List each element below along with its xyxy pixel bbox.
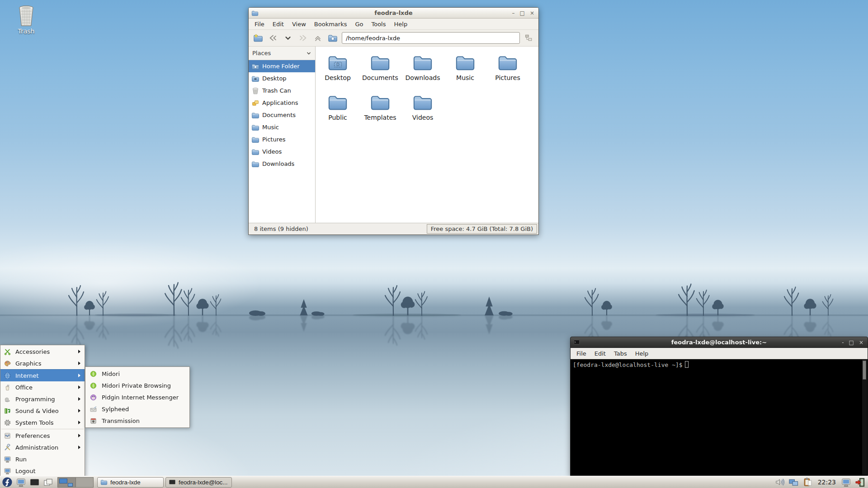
submenu-item-label: Midori [102,371,120,377]
menu-item-office[interactable]: Office [0,381,85,393]
file-manager-menubar: File Edit View Bookmarks Go Tools Help [249,19,538,30]
submenu-item-midori[interactable]: Midori [85,368,189,380]
scrollbar-thumb[interactable] [863,361,866,380]
history-dropdown-button[interactable] [282,32,294,44]
maximize-button[interactable]: □ [520,10,525,16]
minimize-button[interactable]: – [512,10,515,16]
submenu-item-transmission[interactable]: Transmission [85,415,189,427]
new-tab-button[interactable] [252,32,264,44]
file-item-videos[interactable]: Videos [401,91,444,131]
network-icon[interactable] [788,477,800,488]
file-item-music[interactable]: Music [444,51,486,91]
submenu-arrow-icon [78,397,80,401]
file-item-public[interactable]: Public [316,91,359,131]
folder-icon [497,52,518,73]
fedora-logo-icon [2,477,13,488]
menu-view[interactable]: View [288,19,310,29]
menu-item-system-tools[interactable]: System Tools [0,417,85,428]
folder-icon [251,111,259,119]
close-button[interactable]: × [530,10,534,16]
menu-edit[interactable]: Edit [590,348,610,359]
launcher-terminal[interactable] [28,477,40,488]
close-button[interactable]: × [859,340,863,345]
workspace-2[interactable] [76,478,94,487]
sidebar-item-home-folder[interactable]: Home Folder [249,60,315,72]
menu-item-graphics[interactable]: Graphics [0,357,85,369]
side-pane-toggle-button[interactable] [523,32,535,44]
menu-item-programming[interactable]: Programming [0,393,85,405]
sidebar-item-documents[interactable]: Documents [249,109,315,121]
sidebar-item-trash-can[interactable]: Trash Can [249,84,315,97]
menu-item-logout[interactable]: Logout [0,465,85,477]
menu-file[interactable]: File [572,348,590,359]
submenu-arrow-icon [78,374,80,377]
sidebar-item-desktop[interactable]: Desktop [249,72,315,84]
menu-item-preferences[interactable]: Preferences [0,430,85,441]
menu-bookmarks[interactable]: Bookmarks [310,19,351,29]
folder-icon [100,479,108,486]
menu-item-accessories[interactable]: Accessories [0,346,85,357]
file-manager-titlebar[interactable]: feodra-lxde – □ × [249,8,538,19]
up-button[interactable] [312,32,324,44]
menu-item-administration[interactable]: Administration [0,441,85,453]
logout-button[interactable] [854,477,866,488]
workspace-1[interactable] [58,478,76,487]
file-manager-window: feodra-lxde – □ × File Edit View Bookmar… [248,7,539,235]
file-item-desktop[interactable]: D Desktop [316,51,359,91]
desktop-trash-shortcut[interactable]: Trash [13,5,40,35]
sidebar-item-downloads[interactable]: Downloads [249,158,315,170]
sidebar-item-applications[interactable]: Applications [249,97,315,109]
submenu-item-midori-private[interactable]: Midori Private Browsing [85,380,189,391]
clipboard-icon[interactable] [802,477,814,488]
file-item-downloads[interactable]: Downloads [401,51,444,91]
terminal-output[interactable]: [feodra-lxde@localhost-live ~]$ [571,359,868,475]
transmission-icon [90,417,97,425]
places-header[interactable]: Places [249,47,315,60]
file-item-pictures[interactable]: Pictures [486,51,529,91]
terminal-titlebar[interactable]: feodra-lxde@localhost-live:~ - □ × [571,337,868,348]
menu-item-label: Internet [15,372,74,379]
file-manager-toolbar [249,30,538,47]
task-button-file-manager[interactable]: feodra-lxde [97,477,164,488]
sidebar-item-videos[interactable]: Videos [249,145,315,158]
system-tray: 22:23 [774,477,867,488]
menu-item-sound-video[interactable]: Sound & Video [0,405,85,417]
minimize-button[interactable]: - [842,340,844,345]
clock[interactable]: 22:23 [818,479,836,486]
monitor-icon [4,467,11,475]
menu-tools[interactable]: Tools [367,19,390,29]
admin-tools-icon [4,444,11,451]
launcher-file-manager[interactable] [15,477,27,488]
volume-icon[interactable] [774,477,786,488]
task-button-terminal[interactable]: feodra-lxde@loc... [165,477,232,488]
menu-help[interactable]: Help [390,19,412,29]
menu-file[interactable]: File [250,19,269,29]
minimize-all-button[interactable] [42,477,54,488]
network-monitors-icon [788,477,799,488]
desktop-folder-icon [251,75,259,83]
menu-item-label: Logout [15,468,81,474]
maximize-button[interactable]: □ [849,340,854,345]
sidebar-item-music[interactable]: Music [249,121,315,133]
submenu-item-sylpheed[interactable]: Sylpheed [85,403,189,415]
file-item-templates[interactable]: Templates [359,91,401,131]
submenu-item-pidgin[interactable]: Pidgin Internet Messenger [85,391,189,403]
menu-tabs[interactable]: Tabs [610,348,631,359]
programming-icon [4,395,11,403]
workspace-pager[interactable] [57,477,94,488]
forward-button[interactable] [297,32,309,44]
app-menu-button[interactable] [1,477,13,488]
home-button[interactable] [327,32,339,44]
file-item-documents[interactable]: Documents [359,51,401,91]
menu-go[interactable]: Go [351,19,367,29]
back-button[interactable] [267,32,279,44]
display-settings-icon[interactable] [840,477,852,488]
menu-item-run[interactable]: Run [0,453,85,465]
menu-edit[interactable]: Edit [269,19,288,29]
path-input[interactable] [342,32,520,44]
submenu-arrow-icon [78,361,80,365]
terminal-scrollbar[interactable] [862,360,867,475]
menu-help[interactable]: Help [631,348,653,359]
menu-item-internet[interactable]: Internet [0,369,85,381]
sidebar-item-pictures[interactable]: Pictures [249,133,315,145]
